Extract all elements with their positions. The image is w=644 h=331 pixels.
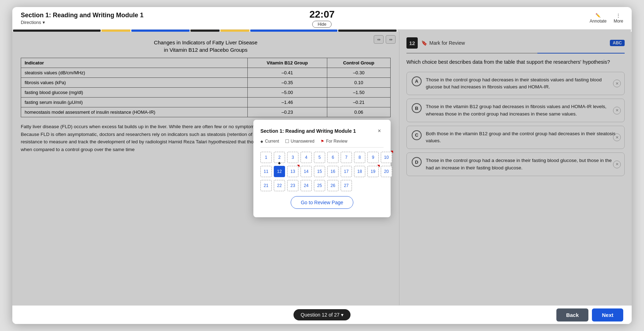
directions-label: Directions (21, 20, 41, 25)
question-nav-btn-6[interactable]: 6 (327, 152, 339, 163)
questions-grid-row3: 21222324252627 (260, 180, 352, 191)
popup-title: Section 1: Reading and Writing Module 1 (260, 128, 356, 134)
question-nav-btn-18[interactable]: 18 (354, 166, 365, 177)
question-navigator-popup: Section 1: Reading and Writing Module 1 … (253, 120, 391, 217)
popup-header: Section 1: Reading and Writing Module 1 … (260, 127, 384, 135)
popup-close-button[interactable]: × (375, 127, 384, 135)
question-nav-btn-16[interactable]: 16 (327, 166, 339, 177)
goto-review-button[interactable]: Go to Review Page (291, 196, 354, 209)
directions-chevron-icon: ▾ (43, 20, 45, 25)
directions-button[interactable]: Directions ▾ (21, 20, 144, 25)
questions-grid-row2: 11121314151617181920 (260, 166, 384, 177)
legend-current: ◆ Current (260, 139, 279, 144)
app-window: Section 1: Reading and Writing Module 1 … (12, 7, 632, 324)
pencil-icon: ✏️ (595, 13, 601, 18)
bottom-bar: Question 12 of 27 ▾ Back Next (12, 305, 632, 324)
annotate-label: Annotate (590, 19, 607, 24)
question-nav-btn-25[interactable]: 25 (314, 180, 325, 191)
question-nav-btn-4[interactable]: 4 (301, 152, 312, 163)
question-nav-btn-1[interactable]: 1 (260, 152, 272, 163)
question-nav-btn-27[interactable]: 27 (341, 180, 352, 191)
question-nav-btn-5[interactable]: 5 (314, 152, 325, 163)
question-nav-btn-15[interactable]: 15 (314, 166, 325, 177)
question-nav-btn-8[interactable]: 8 (354, 152, 365, 163)
question-nav-btn-12[interactable]: 12 (274, 166, 285, 177)
question-nav-btn-19[interactable]: 19 (367, 166, 379, 177)
main-content: ⇔ ⇔ Changes in Indicators of Fatty Liver… (12, 32, 632, 305)
legend-for-review: ⚑ For Review (321, 139, 347, 144)
legend-unanswered-label: Unanswered (291, 139, 314, 144)
question-nav-btn-3[interactable]: 3 (287, 152, 298, 163)
section-title: Section 1: Reading and Writing Module 1 (21, 12, 144, 19)
question-nav-btn-9[interactable]: 9 (367, 152, 379, 163)
header: Section 1: Reading and Writing Module 1 … (12, 7, 632, 30)
back-button[interactable]: Back (556, 308, 589, 321)
header-center: 22:07 Hide (309, 9, 335, 28)
annotate-button[interactable]: ✏️ Annotate (590, 13, 607, 24)
question-nav-btn-17[interactable]: 17 (341, 166, 352, 177)
question-nav-btn-11[interactable]: 11 (260, 166, 272, 177)
hide-button[interactable]: Hide (312, 21, 332, 28)
more-button[interactable]: ⋮ More (614, 13, 623, 24)
current-dot-icon: ◆ (260, 139, 263, 143)
more-label: More (614, 19, 623, 24)
more-dots-icon: ⋮ (616, 13, 620, 18)
question-nav-btn-7[interactable]: 7 (341, 152, 352, 163)
question-nav-btn-26[interactable]: 26 (327, 180, 339, 191)
question-nav-btn-10[interactable]: 10 (381, 152, 392, 163)
timer-display: 22:07 (309, 9, 335, 20)
flag-icon: ⚑ (321, 139, 324, 144)
header-right: ✏️ Annotate ⋮ More (590, 13, 623, 24)
legend-for-review-label: For Review (326, 139, 347, 144)
question-nav-btn-13[interactable]: 13 (287, 166, 298, 177)
popup-overlay[interactable]: Section 1: Reading and Writing Module 1 … (12, 32, 632, 305)
unanswered-square-icon (285, 139, 289, 143)
next-button[interactable]: Next (592, 308, 623, 321)
legend-current-label: Current (265, 139, 279, 144)
question-nav-btn-21[interactable]: 21 (260, 180, 272, 191)
question-nav-btn-22[interactable]: 22 (274, 180, 285, 191)
legend-unanswered: Unanswered (285, 139, 314, 144)
popup-legend: ◆ Current Unanswered ⚑ For Review (260, 139, 384, 148)
question-nav-btn-23[interactable]: 23 (287, 180, 298, 191)
question-nav-btn-24[interactable]: 24 (301, 180, 312, 191)
question-indicator-button[interactable]: Question 12 of 27 ▾ (293, 309, 350, 320)
question-nav-btn-14[interactable]: 14 (301, 166, 312, 177)
nav-buttons: Back Next (556, 308, 623, 321)
header-left: Section 1: Reading and Writing Module 1 … (21, 12, 144, 25)
question-nav-btn-20[interactable]: 20 (381, 166, 392, 177)
